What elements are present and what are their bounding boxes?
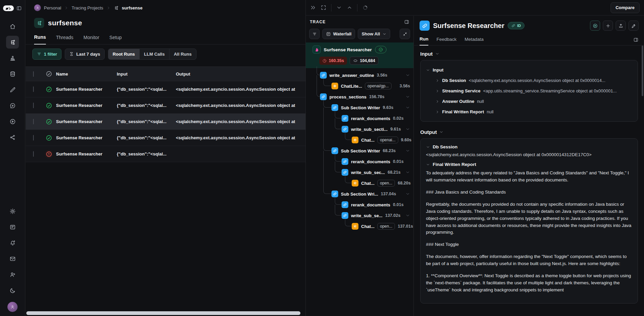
output-db-session-toggle[interactable]: Db Session [426, 144, 632, 149]
compare-button[interactable]: Compare [611, 2, 640, 13]
sidebar-item-annotation[interactable] [6, 83, 19, 96]
chevron-down-icon[interactable] [405, 148, 410, 153]
segment-llm-calls[interactable]: LLM Calls [140, 49, 169, 59]
node-name[interactable]: write_sub_se... [351, 213, 382, 218]
node-name[interactable]: Chat... [361, 224, 375, 229]
copy-id-button[interactable]: ID [508, 22, 525, 29]
tab-monitor[interactable]: Monitor [83, 35, 99, 44]
trace-filter-button[interactable] [309, 29, 320, 39]
run-name[interactable]: Surfsense Researcher [56, 151, 117, 156]
previous-run-icon[interactable] [347, 5, 352, 10]
breadcrumb-section[interactable]: Tracing Projects [72, 5, 103, 10]
sidebar-item-playground[interactable] [6, 115, 19, 128]
sidebar-item-settings[interactable] [6, 205, 19, 218]
node-name[interactable]: write_sub_sec... [351, 170, 385, 175]
chevron-right-icon[interactable] [435, 99, 439, 104]
json-node[interactable]: Input [426, 65, 632, 75]
column-header-name[interactable]: Name [56, 71, 117, 77]
chevron-down-icon[interactable] [405, 170, 410, 175]
node-name[interactable]: write_sub_secti... [351, 127, 387, 132]
chevron-right-icon[interactable] [435, 79, 439, 83]
user-avatar[interactable] [7, 302, 18, 312]
chevron-right-icon[interactable] [435, 110, 439, 114]
filter-button[interactable]: 1 filter [32, 49, 61, 60]
node-name[interactable]: write_answer_outline [329, 73, 374, 78]
sidebar-item-notifications[interactable] [6, 236, 19, 249]
run-name[interactable]: Surfsense Researcher [56, 87, 117, 92]
sidebar-item-home[interactable] [6, 20, 19, 33]
select-all-checkbox[interactable] [33, 71, 34, 77]
trace-root-node[interactable]: Surfsense Researcher 160.35s 104,684 [306, 42, 413, 68]
waterfall-button[interactable]: Waterfall [322, 29, 355, 39]
trace-node[interactable]: Sub Section Writer 9.63s [306, 102, 413, 113]
json-node[interactable]: Streaming Service <app.utils.streaming_s… [426, 86, 632, 96]
chevron-down-icon[interactable] [405, 105, 410, 110]
trace-node[interactable]: rerank_documents 0.01s [306, 199, 413, 210]
split-panel-icon[interactable] [404, 19, 409, 25]
row-checkbox[interactable] [33, 103, 34, 108]
trace-node[interactable]: rerank_documents 0.02s [306, 113, 413, 124]
trace-node[interactable]: Chat... open... 68.20s [306, 178, 413, 189]
output-section-header[interactable]: Output [420, 129, 638, 135]
table-row-selected[interactable]: Surfsense Researcher {"db_session":"<sql… [26, 114, 305, 130]
sidebar-item-datasets[interactable] [6, 67, 19, 80]
trace-node[interactable]: write_answer_outline 3.56s [306, 70, 413, 81]
sidebar-item-invite[interactable] [6, 268, 19, 281]
sidebar-item-dashboards[interactable] [6, 52, 19, 64]
share-run-button[interactable] [616, 21, 626, 31]
node-name[interactable]: Sub Section Writer [341, 105, 380, 110]
node-name[interactable]: Chat... [361, 181, 375, 186]
chevron-down-icon[interactable] [405, 94, 410, 99]
row-checkbox[interactable] [33, 151, 34, 157]
node-name[interactable]: rerank_documents [351, 159, 390, 164]
node-name[interactable]: ChatLite... [341, 84, 362, 89]
chevron-down-icon[interactable] [426, 163, 430, 167]
trace-node[interactable]: ChatLite... openai/gp... 3.56s [306, 81, 413, 91]
sidebar-item-tracing-projects[interactable] [6, 36, 19, 49]
table-row[interactable]: Surfsense Researcher {"db_session":"<sql… [26, 81, 305, 97]
next-run-icon[interactable] [336, 5, 342, 10]
tab-feedback[interactable]: Feedback [436, 37, 456, 45]
tab-setup[interactable]: Setup [109, 35, 122, 44]
json-node[interactable]: Db Session <sqlalchemy.ext.asyncio.sessi… [426, 75, 632, 86]
collapse-panel-icon[interactable] [310, 5, 316, 10]
run-name[interactable]: Surfsense Researcher [56, 103, 117, 108]
horizontal-scrollbar[interactable] [26, 311, 300, 315]
breadcrumb-project[interactable]: surfsense [122, 5, 142, 10]
tab-run[interactable]: Run [420, 36, 428, 46]
segment-all-runs[interactable]: All Runs [169, 49, 196, 59]
chevron-down-icon[interactable] [426, 68, 430, 72]
node-name[interactable]: Sub Section Wri... [341, 192, 378, 197]
chevron-down-icon[interactable] [405, 73, 410, 78]
trace-node[interactable]: Sub Section Wri... 137.04s [306, 189, 413, 199]
sidebar-item-prompts[interactable] [6, 99, 19, 112]
sidebar-item-deployments[interactable] [6, 131, 19, 144]
sidebar-item-mail[interactable] [6, 252, 19, 265]
trace-node[interactable]: Chat... open... 137.01s [306, 221, 413, 232]
vertical-scrollbar[interactable] [642, 46, 643, 96]
node-name[interactable]: Chat... [361, 138, 375, 143]
run-name[interactable]: Surfsense Researcher [56, 135, 117, 140]
tab-threads[interactable]: Threads [56, 35, 73, 44]
trace-node[interactable]: write_sub_secti... 9.61s [306, 124, 413, 135]
chevron-down-icon[interactable] [405, 192, 410, 196]
output-report-toggle[interactable]: Final Written Report [426, 162, 632, 167]
date-range-button[interactable]: Last 7 days [65, 49, 105, 60]
column-header-input[interactable]: Input [117, 71, 176, 77]
run-name[interactable]: Surfsense Researcher [56, 119, 117, 124]
row-checkbox[interactable] [33, 119, 34, 124]
add-to-dataset-button[interactable] [603, 21, 613, 31]
node-name[interactable]: rerank_documents [351, 202, 390, 207]
trace-node[interactable]: process_sections 156.78s [306, 91, 413, 102]
row-checkbox[interactable] [33, 86, 34, 92]
json-node[interactable]: Final Written Report null [426, 107, 632, 117]
node-name[interactable]: Sub Section Writer [341, 148, 380, 153]
input-section-header[interactable]: Input [420, 51, 638, 57]
row-checkbox[interactable] [33, 135, 34, 141]
chevron-down-icon[interactable] [426, 145, 430, 149]
sidebar-item-docs[interactable] [6, 221, 19, 233]
node-name[interactable]: rerank_documents [351, 116, 390, 121]
node-name[interactable]: process_sections [329, 94, 367, 99]
trace-node[interactable]: Chat... openai... 9.60s [306, 135, 413, 145]
open-in-playground-button[interactable] [590, 21, 600, 31]
